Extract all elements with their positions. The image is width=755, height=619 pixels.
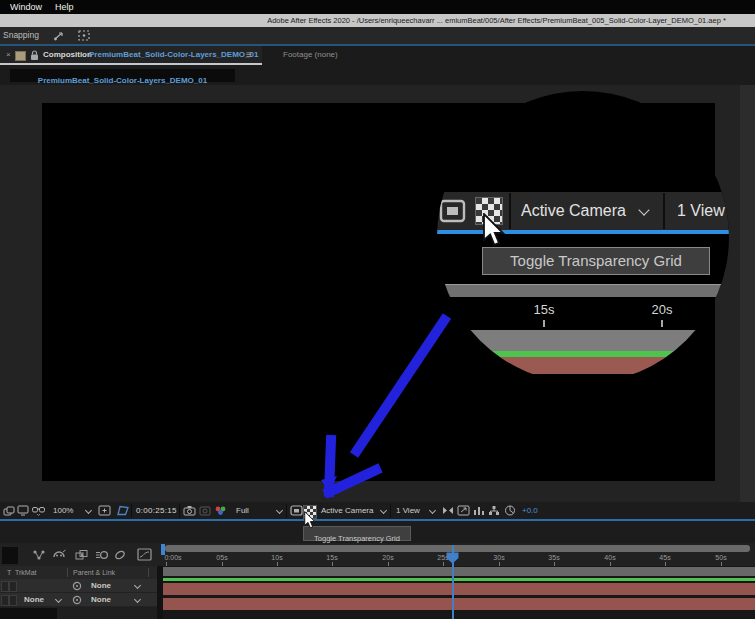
ruler-label: 40s — [604, 554, 615, 561]
views-count-select[interactable]: 1 View — [396, 502, 420, 519]
layer-duration-bar[interactable] — [163, 583, 755, 595]
chevron-down-icon — [55, 596, 62, 603]
motion-blur-icon[interactable] — [95, 549, 109, 561]
tooltip-strip: Toggle Transparency Grid — [0, 521, 755, 543]
timeline-toolbar: 0:00s 05s 10s 15s 20s 25s 30s 35s 40s 45… — [0, 543, 755, 566]
column-t[interactable]: T — [7, 566, 11, 579]
toggle-box[interactable] — [9, 581, 17, 592]
shy-icon[interactable] — [52, 549, 67, 561]
tab-composition-label: Composition — [43, 46, 92, 64]
region-of-interest-icon[interactable] — [290, 505, 303, 516]
magnified-ruler-label: 20s — [652, 302, 673, 317]
show-snapshot-icon[interactable] — [199, 505, 211, 516]
region-of-interest-icon[interactable] — [439, 199, 466, 223]
timeline-graph-icon[interactable] — [473, 505, 485, 516]
tooltip: Toggle Transparency Grid — [303, 526, 411, 541]
time-navigator-bar[interactable] — [165, 545, 750, 552]
ruler-tick — [543, 320, 545, 327]
chevron-down-icon — [85, 507, 92, 514]
brainstorm-icon[interactable] — [114, 549, 126, 561]
exposure-icon[interactable] — [504, 505, 516, 516]
chevron-down-icon — [429, 507, 436, 514]
work-area-green-line — [163, 578, 755, 581]
fast-previews-icon[interactable] — [457, 505, 470, 516]
snap-marquee-icon[interactable] — [78, 30, 91, 41]
lock-icon[interactable] — [30, 50, 39, 61]
parent-select[interactable]: None — [91, 579, 111, 592]
current-timecode[interactable]: 0:00:25:15 — [136, 502, 177, 519]
snap-angle-icon[interactable] — [53, 30, 66, 41]
magnified-ruler-label: 15s — [534, 302, 555, 317]
tab-composition[interactable]: × Composition PremiumBeat_Solid-Color-La… — [0, 46, 262, 64]
parent-select[interactable]: None — [91, 593, 111, 606]
comp-flowchart-icon[interactable] — [488, 505, 500, 516]
magnified-scrollbar — [437, 284, 729, 297]
pickwhip-icon[interactable] — [72, 595, 82, 605]
stereo-3d-glasses-icon[interactable] — [32, 505, 46, 516]
zoom-select[interactable]: 100% — [53, 502, 73, 519]
graph-editor-icon[interactable] — [137, 548, 152, 561]
panel-right-edge — [740, 85, 755, 502]
layer-duration-bar[interactable] — [163, 598, 755, 610]
separator — [390, 504, 391, 518]
column-trkmat[interactable]: TrkMat — [15, 566, 37, 579]
separator — [179, 504, 180, 518]
comp-button-well[interactable] — [2, 547, 18, 564]
viewer-tab[interactable]: PremiumBeat_Solid-Color-Layers_DEMO_01 — [10, 69, 235, 82]
show-channels-icon[interactable] — [214, 505, 228, 516]
pickwhip-icon[interactable] — [72, 581, 82, 591]
chevron-down-icon — [134, 596, 141, 603]
layer-row[interactable]: None None — [0, 593, 157, 607]
label-color-box[interactable] — [1, 595, 9, 606]
label-color-box[interactable] — [1, 581, 9, 592]
column-divider — [67, 568, 68, 577]
tab-composition-name: PremiumBeat_Solid-Color-Layers_DEMO_01 — [89, 46, 258, 64]
close-icon[interactable]: × — [6, 46, 11, 64]
magnified-tooltip: Toggle Transparency Grid — [482, 247, 710, 275]
tab-footage[interactable]: Footage (none) — [283, 46, 338, 64]
panel-menu-icon[interactable]: ≡ — [246, 46, 252, 64]
comp-mini-flowchart-icon[interactable] — [32, 549, 47, 561]
snapshot-camera-icon[interactable] — [183, 505, 196, 516]
ruler-label: 20s — [382, 554, 393, 561]
safe-margins-icon[interactable] — [98, 505, 111, 516]
view-layout-select[interactable]: Active Camera — [321, 502, 373, 519]
separator — [286, 504, 287, 518]
region-of-interest-tool-icon[interactable] — [116, 505, 130, 516]
playhead-head[interactable] — [446, 552, 459, 564]
trkmat-select[interactable]: None — [24, 593, 44, 606]
frame-blend-icon[interactable] — [75, 549, 89, 561]
layer-columns-header: T TrkMat Parent & Link — [0, 566, 157, 579]
resolution-select[interactable]: Full — [236, 502, 249, 519]
views-count-select[interactable]: 1 View — [677, 192, 725, 230]
viewer-tab-name: PremiumBeat_Solid-Color-Layers_DEMO_01 — [38, 76, 207, 85]
empty-well — [0, 608, 57, 619]
ruler-label: 35s — [548, 554, 559, 561]
separator — [509, 193, 511, 229]
layer-panel: T TrkMat Parent & Link None None None — [0, 566, 157, 619]
timeline-track-area — [157, 566, 755, 619]
ruler-label: 50s — [715, 554, 726, 561]
chevron-down-icon — [276, 507, 283, 514]
panel-tab-row: × Composition PremiumBeat_Solid-Color-La… — [0, 46, 755, 65]
menu-help[interactable]: Help — [55, 0, 74, 14]
pixel-aspect-correction-icon[interactable] — [442, 506, 454, 515]
exposure-value[interactable]: +0.0 — [522, 502, 538, 519]
viewer-toolbar: 100% 0:00:25:15 Full Active Camera 1 Vie… — [0, 502, 755, 519]
always-preview-icon[interactable] — [3, 506, 15, 516]
view-layout-select[interactable]: Active Camera — [521, 192, 626, 230]
toggle-box[interactable] — [9, 595, 17, 606]
monitor-icon[interactable] — [17, 505, 29, 516]
column-parent-link[interactable]: Parent & Link — [73, 566, 115, 579]
ruler-label: 10s — [271, 554, 282, 561]
work-area-bar[interactable] — [163, 567, 755, 576]
layer-row[interactable]: None — [0, 579, 157, 593]
after-effects-window: Window Help Adobe After Effects 2020 - /… — [0, 0, 755, 619]
annotation-arrow — [290, 295, 460, 500]
ruler-tick — [661, 320, 663, 327]
separator — [663, 193, 665, 229]
window-title: Adobe After Effects 2020 - /Users/enriqu… — [240, 14, 753, 27]
menu-window[interactable]: Window — [10, 0, 42, 14]
ruler-label: 45s — [659, 554, 670, 561]
ruler-label: 15s — [326, 554, 337, 561]
